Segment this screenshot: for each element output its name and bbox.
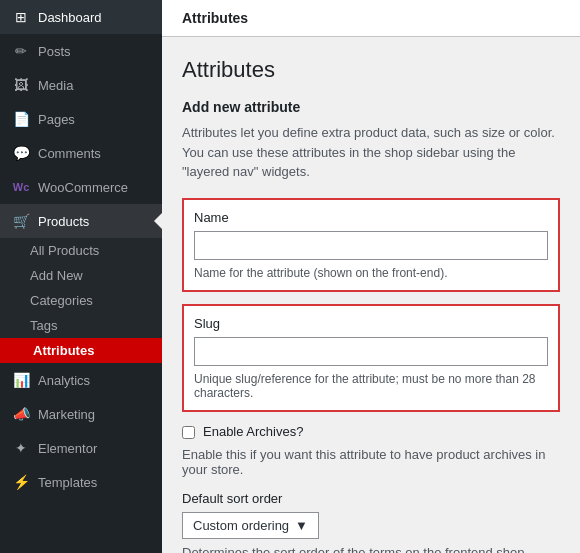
section-title: Add new attribute bbox=[182, 99, 560, 115]
enable-archives-description: Enable this if you want this attribute t… bbox=[182, 447, 560, 477]
sidebar-item-products[interactable]: 🛒 Products bbox=[0, 204, 162, 238]
dashboard-icon: ⊞ bbox=[12, 8, 30, 26]
slug-label: Slug bbox=[194, 316, 548, 331]
submenu-label: All Products bbox=[30, 243, 99, 258]
content-area: Attributes Add new attribute Attributes … bbox=[162, 37, 580, 553]
submenu-label: Categories bbox=[30, 293, 93, 308]
products-icon: 🛒 bbox=[12, 212, 30, 230]
name-field-group: Name Name for the attribute (shown on th… bbox=[182, 198, 560, 292]
sidebar-item-templates[interactable]: ⚡ Templates bbox=[0, 465, 162, 499]
sidebar-item-label: Marketing bbox=[38, 407, 95, 422]
sidebar-item-marketing[interactable]: 📣 Marketing bbox=[0, 397, 162, 431]
main-content: Attributes Attributes Add new attribute … bbox=[162, 0, 580, 553]
submenu-item-all-products[interactable]: All Products bbox=[0, 238, 162, 263]
submenu-label: Tags bbox=[30, 318, 57, 333]
elementor-icon: ✦ bbox=[12, 439, 30, 457]
sort-order-description: Determines the sort order of the terms o… bbox=[182, 545, 560, 554]
enable-archives-checkbox[interactable] bbox=[182, 426, 195, 439]
sidebar-item-label: Comments bbox=[38, 146, 101, 161]
products-submenu: All Products Add New Categories Tags Att… bbox=[0, 238, 162, 363]
sidebar-item-label: Media bbox=[38, 78, 73, 93]
media-icon: 🖼 bbox=[12, 76, 30, 94]
sidebar-item-comments[interactable]: 💬 Comments bbox=[0, 136, 162, 170]
submenu-item-tags[interactable]: Tags bbox=[0, 313, 162, 338]
sort-order-label: Default sort order bbox=[182, 491, 560, 506]
slug-field-group: Slug Unique slug/reference for the attri… bbox=[182, 304, 560, 412]
sort-order-select[interactable]: Custom ordering ▼ bbox=[182, 512, 319, 539]
slug-help: Unique slug/reference for the attribute;… bbox=[194, 372, 548, 400]
name-input[interactable] bbox=[194, 231, 548, 260]
enable-archives-group: Enable Archives? bbox=[182, 424, 560, 439]
sidebar-item-pages[interactable]: 📄 Pages bbox=[0, 102, 162, 136]
top-bar-title: Attributes bbox=[182, 10, 248, 26]
products-arrow-icon bbox=[154, 213, 162, 229]
marketing-icon: 📣 bbox=[12, 405, 30, 423]
name-help: Name for the attribute (shown on the fro… bbox=[194, 266, 548, 280]
sidebar-item-label: Dashboard bbox=[38, 10, 102, 25]
name-label: Name bbox=[194, 210, 548, 225]
submenu-item-attributes[interactable]: Attributes bbox=[0, 338, 162, 363]
sidebar-item-label: Analytics bbox=[38, 373, 90, 388]
top-bar: Attributes bbox=[162, 0, 580, 37]
sidebar-item-analytics[interactable]: 📊 Analytics bbox=[0, 363, 162, 397]
sidebar-item-label: Pages bbox=[38, 112, 75, 127]
submenu-label: Attributes bbox=[33, 343, 94, 358]
chevron-down-icon: ▼ bbox=[295, 518, 308, 533]
page-title: Attributes bbox=[182, 57, 560, 83]
analytics-icon: 📊 bbox=[12, 371, 30, 389]
sidebar-item-label: Templates bbox=[38, 475, 97, 490]
sidebar-item-label: Products bbox=[38, 214, 89, 229]
enable-archives-label[interactable]: Enable Archives? bbox=[203, 424, 303, 439]
submenu-item-categories[interactable]: Categories bbox=[0, 288, 162, 313]
sidebar-item-label: Elementor bbox=[38, 441, 97, 456]
sidebar-item-label: Posts bbox=[38, 44, 71, 59]
templates-icon: ⚡ bbox=[12, 473, 30, 491]
submenu-label: Add New bbox=[30, 268, 83, 283]
comments-icon: 💬 bbox=[12, 144, 30, 162]
sidebar-item-media[interactable]: 🖼 Media bbox=[0, 68, 162, 102]
attributes-description: Attributes let you define extra product … bbox=[182, 123, 560, 182]
sort-order-value: Custom ordering bbox=[193, 518, 289, 533]
sidebar-item-elementor[interactable]: ✦ Elementor bbox=[0, 431, 162, 465]
pages-icon: 📄 bbox=[12, 110, 30, 128]
sidebar-item-posts[interactable]: ✏ Posts bbox=[0, 34, 162, 68]
sidebar-item-label: WooCommerce bbox=[38, 180, 128, 195]
sidebar-item-dashboard[interactable]: ⊞ Dashboard bbox=[0, 0, 162, 34]
submenu-item-add-new[interactable]: Add New bbox=[0, 263, 162, 288]
sidebar-item-woocommerce[interactable]: Wc WooCommerce bbox=[0, 170, 162, 204]
slug-input[interactable] bbox=[194, 337, 548, 366]
posts-icon: ✏ bbox=[12, 42, 30, 60]
sidebar: ⊞ Dashboard ✏ Posts 🖼 Media 📄 Pages 💬 Co… bbox=[0, 0, 162, 553]
woocommerce-icon: Wc bbox=[12, 178, 30, 196]
